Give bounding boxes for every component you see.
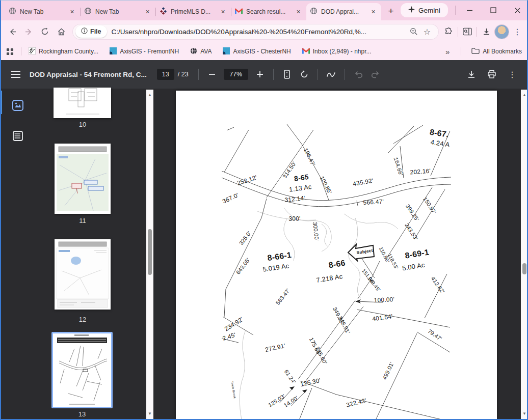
profile-avatar[interactable]: [495, 25, 509, 39]
main-scrollbar[interactable]: ▲ ▼: [521, 90, 528, 419]
bookmark-label: Rockingham County...: [39, 48, 98, 55]
print-icon[interactable]: [483, 66, 500, 83]
scrollbar-thumb[interactable]: [522, 263, 526, 274]
page-number-input[interactable]: 13: [157, 69, 174, 80]
gemini-button[interactable]: Gemini: [401, 3, 448, 17]
divider: [455, 6, 456, 15]
map-label: 563.47': [275, 287, 291, 306]
minimize-button[interactable]: [458, 1, 482, 20]
pdf-title: DOD Appraisal - 54 Fremont Rd, C...: [30, 71, 147, 78]
map-label: 8-66: [328, 259, 346, 270]
scroll-up-icon[interactable]: ▲: [146, 93, 153, 97]
bookmark-star-icon[interactable]: ☆: [420, 25, 434, 38]
pdf-page-13: Subject 8-67.4.24 A196.47'314.50'8-651.1…: [176, 91, 497, 420]
map-label: 196.47': [303, 147, 316, 167]
bookmark-rockingham[interactable]: Rockingham County...: [29, 47, 98, 56]
gmail-icon: [235, 8, 243, 16]
undo-icon[interactable]: [350, 66, 367, 83]
thumbnail-scrollbar[interactable]: ▲ ▼: [146, 90, 153, 419]
browser-menu-icon[interactable]: ⋮: [511, 25, 524, 38]
map-label: 79.47': [427, 328, 443, 342]
tab-primemls[interactable]: PrimeMLS D... ×: [156, 3, 231, 20]
map-label: 499.01': [381, 361, 395, 381]
bookmark-inbox[interactable]: Inbox (2,949) - nhpr...: [302, 48, 372, 55]
bookmarks-right: » All Bookmarks: [445, 47, 522, 56]
map-label: 4.24 A: [430, 138, 451, 148]
map-label: 401.54': [372, 313, 393, 322]
map-label: 8-69-1: [404, 247, 430, 260]
map-label: 300.00': [312, 221, 320, 241]
fit-page-icon[interactable]: [278, 66, 296, 83]
reload-icon[interactable]: [37, 23, 53, 40]
download-icon[interactable]: [463, 66, 480, 83]
thumbnails-panel-button[interactable]: [11, 99, 24, 112]
new-tab-button[interactable]: +: [383, 4, 399, 18]
apps-grid-icon[interactable]: [6, 48, 14, 55]
side-search-icon[interactable]: [461, 25, 474, 38]
map-label: 8-65: [294, 173, 309, 183]
bookmark-axisgis-fremont[interactable]: AxisGIS - FremontNH: [110, 47, 179, 56]
map-label: 234.92': [223, 316, 245, 332]
divider: [198, 69, 199, 80]
scroll-down-icon[interactable]: ▼: [521, 411, 528, 416]
globe-icon: [84, 7, 92, 16]
bookmark-ava[interactable]: AVA: [190, 47, 212, 56]
zoom-level-icon[interactable]: [407, 25, 420, 38]
zoom-level[interactable]: 77%: [224, 69, 248, 80]
map-label: 5.019 Ac: [262, 262, 289, 273]
home-icon[interactable]: [53, 23, 69, 40]
divider: [477, 27, 477, 37]
maximize-button[interactable]: [482, 1, 506, 20]
map-label: 235.60': [314, 346, 329, 366]
page-total: / 23: [178, 71, 189, 78]
tab-new-tab-1[interactable]: New Tab ×: [5, 3, 80, 20]
close-window-button[interactable]: [506, 1, 528, 20]
map-label: 300': [288, 215, 300, 222]
close-icon[interactable]: ×: [219, 8, 227, 16]
zoom-in-icon[interactable]: [251, 66, 269, 83]
tab-dod-appraisal-active[interactable]: DOD Apprai... ×: [306, 3, 381, 20]
scrollbar-thumb[interactable]: [148, 229, 152, 275]
thumbnail-page-12[interactable]: [55, 239, 111, 310]
thumbnail-label: 10: [54, 121, 112, 128]
all-bookmarks-button[interactable]: All Bookmarks: [483, 48, 522, 55]
bookmark-axisgis-chester[interactable]: AxisGIS - ChesterNH: [223, 47, 291, 56]
redo-icon[interactable]: [367, 66, 384, 83]
downloads-icon[interactable]: [480, 25, 493, 38]
bookmarks-overflow-icon[interactable]: »: [445, 47, 450, 56]
thumbnail-page-11[interactable]: [55, 144, 111, 214]
map-labels: 8-67.4.24 A196.47'314.50'8-651.13 Ac100.…: [221, 128, 450, 409]
plat-map: Subject 8-67.4.24 A196.47'314.50'8-651.1…: [176, 91, 497, 420]
map-label: 8-66-1: [267, 250, 292, 262]
divider: [458, 27, 458, 37]
thumbnail-page-10[interactable]: [54, 88, 111, 118]
bookmark-label: Inbox (2,949) - nhpr...: [313, 48, 372, 55]
close-icon[interactable]: ×: [294, 8, 303, 16]
outline-panel-button[interactable]: [11, 129, 24, 143]
bookmark-label: AVA: [200, 48, 212, 55]
tab-label: New Tab: [95, 8, 140, 15]
close-icon[interactable]: ×: [369, 8, 378, 16]
rotate-icon[interactable]: [296, 66, 313, 83]
extensions-icon[interactable]: [442, 25, 455, 38]
tab-new-tab-2[interactable]: New Tab ×: [81, 3, 155, 20]
tab-strip: New Tab × New Tab × PrimeMLS D... × Sear…: [0, 0, 528, 20]
annotate-icon[interactable]: [323, 66, 340, 83]
map-label: 125.03': [267, 393, 286, 408]
scroll-down-icon[interactable]: ▼: [146, 411, 153, 416]
pdf-menu-icon[interactable]: ⋮: [504, 66, 521, 83]
thumbnail-page-13-selected[interactable]: [51, 332, 113, 408]
tab-label: PrimeMLS D...: [171, 8, 215, 15]
address-bar[interactable]: File C:/Users/nhpro/Downloads/DOD%20Appr…: [72, 24, 439, 40]
primemls-icon: [160, 7, 167, 16]
scroll-up-icon[interactable]: ▲: [521, 93, 528, 97]
divider: [461, 47, 461, 55]
close-icon[interactable]: ×: [143, 8, 152, 16]
forward-icon[interactable]: [20, 23, 37, 40]
tab-search-results[interactable]: Search resul... ×: [231, 3, 306, 20]
scheme-chip[interactable]: File: [75, 25, 107, 38]
zoom-out-icon[interactable]: [203, 66, 221, 83]
back-icon[interactable]: [4, 23, 20, 40]
close-icon[interactable]: ×: [68, 8, 76, 16]
menu-icon[interactable]: [7, 66, 24, 83]
